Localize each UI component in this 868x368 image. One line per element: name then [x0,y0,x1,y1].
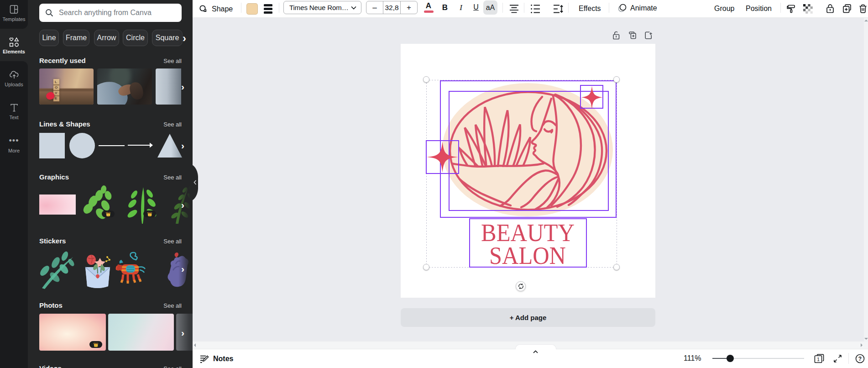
svg-text:?: ? [858,356,862,362]
svg-text:1: 1 [817,357,820,362]
